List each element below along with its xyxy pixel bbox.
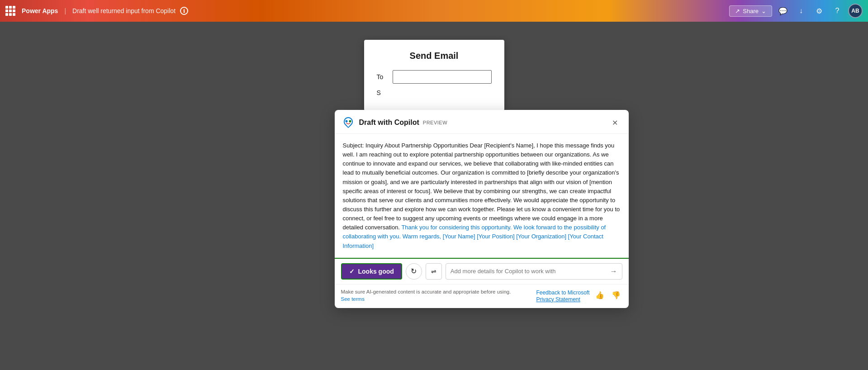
topbar-left: Power Apps | Draft well returned input f…	[5, 6, 729, 16]
app-name: Power Apps	[22, 7, 58, 14]
footer-disclaimer: Make sure AI-generated content is accura…	[341, 288, 513, 303]
settings-adjust-icon: ⇌	[431, 268, 436, 275]
thumbs-up-icon: 👍	[595, 291, 604, 299]
page-title: Draft well returned input from Copilot	[72, 7, 175, 14]
share-icon: ↗	[735, 8, 740, 14]
to-input[interactable]	[393, 70, 492, 84]
thumbs-down-button[interactable]: 👎	[610, 290, 622, 300]
copilot-footer: Make sure AI-generated content is accura…	[335, 284, 629, 308]
copilot-close-button[interactable]: ✕	[609, 116, 621, 129]
copilot-email-body: Subject: Inquiry About Partnership Oppor…	[335, 134, 629, 258]
feedback-section: Feedback to Microsoft Privacy Statement	[536, 288, 589, 303]
footer-right: Feedback to Microsoft Privacy Statement …	[536, 288, 622, 303]
feedback-to-microsoft[interactable]: Feedback to Microsoft	[536, 289, 589, 296]
check-icon: ✓	[349, 268, 355, 275]
chevron-down-icon: ⌄	[761, 8, 766, 14]
topbar-separator: |	[64, 7, 66, 14]
copilot-panel: Draft with Copilot PREVIEW ✕ Subject: In…	[335, 110, 629, 308]
email-form-card: Send Email To S	[364, 40, 504, 111]
main-content: Send Email To S Draft with Copilot PREVI…	[0, 22, 868, 370]
email-body-main: Subject: Inquiry About Partnership Oppor…	[343, 142, 620, 231]
details-input[interactable]	[451, 268, 610, 275]
help-icon[interactable]: ?	[830, 4, 844, 18]
details-send-button[interactable]: →	[610, 267, 617, 275]
copilot-email-text: Subject: Inquiry About Partnership Oppor…	[343, 141, 621, 251]
to-label: To	[377, 73, 393, 81]
copilot-header: Draft with Copilot PREVIEW ✕	[335, 110, 629, 134]
share-button[interactable]: ↗ Share ⌄	[729, 5, 772, 17]
copilot-logo-icon	[342, 116, 355, 129]
info-icon[interactable]: ℹ	[180, 7, 188, 15]
copilot-action-bar: ✓ Looks good ↻ ⇌ →	[335, 258, 629, 284]
download-icon[interactable]: ↓	[794, 4, 808, 18]
settings-icon[interactable]: ⚙	[812, 4, 826, 18]
disclaimer-text: Make sure AI-generated content is accura…	[341, 289, 511, 294]
regenerate-icon: ↻	[411, 267, 417, 275]
send-arrow-icon: →	[610, 267, 617, 275]
email-form-title: Send Email	[377, 51, 492, 61]
to-field-row: To	[377, 70, 492, 84]
copilot-preview-badge: PREVIEW	[423, 120, 447, 125]
topbar: Power Apps | Draft well returned input f…	[0, 0, 868, 22]
see-terms-link[interactable]: See terms	[341, 296, 365, 302]
share-label: Share	[743, 8, 759, 14]
avatar[interactable]: AB	[848, 4, 863, 18]
close-icon: ✕	[612, 119, 618, 127]
details-input-wrapper: →	[446, 263, 622, 280]
settings-adjust-button[interactable]: ⇌	[426, 263, 442, 280]
copilot-header-title: Draft with Copilot	[359, 119, 419, 127]
comments-icon[interactable]: 💬	[776, 4, 790, 18]
privacy-statement-link[interactable]: Privacy Statement	[536, 296, 589, 303]
topbar-right: ↗ Share ⌄ 💬 ↓ ⚙ ? AB	[729, 4, 863, 18]
looks-good-button[interactable]: ✓ Looks good	[341, 263, 402, 280]
svg-point-1	[349, 120, 351, 123]
thumbs-up-button[interactable]: 👍	[593, 290, 606, 300]
subject-label: S	[377, 89, 393, 96]
looks-good-label: Looks good	[358, 268, 394, 275]
regenerate-button[interactable]: ↻	[406, 263, 422, 280]
svg-point-0	[345, 120, 347, 123]
waffle-icon[interactable]	[5, 6, 15, 16]
thumbs-down-icon: 👎	[612, 291, 621, 299]
subject-field-row: S	[377, 89, 492, 96]
